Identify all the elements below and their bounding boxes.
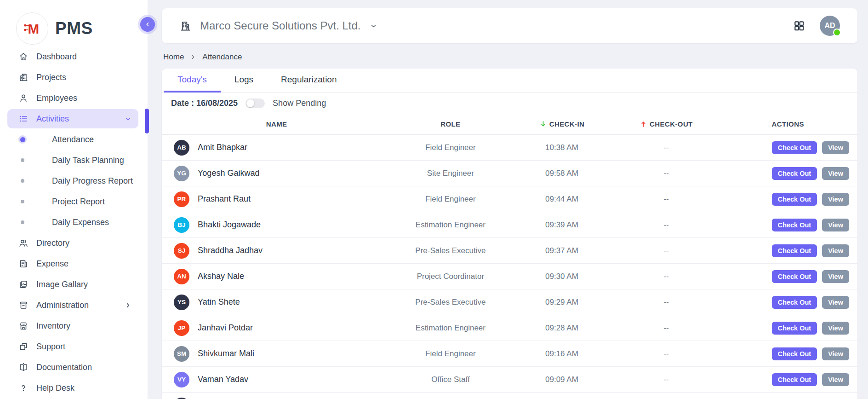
sidebar-item-employees[interactable]: Employees (7, 88, 138, 108)
tab-todays[interactable]: Today's (164, 69, 221, 93)
view-button[interactable]: View (822, 219, 849, 231)
employee-name: Janhavi Potdar (198, 323, 253, 333)
actions-cell: Check OutView (718, 296, 857, 309)
sidebar-item-support[interactable]: Support (7, 337, 138, 356)
check-in-cell: 09:09 AM (509, 375, 614, 384)
employee-avatar: AN (174, 269, 189, 284)
sidebar-item-label: Employees (36, 93, 77, 103)
sidebar-collapse-button[interactable] (140, 17, 155, 32)
view-button[interactable]: View (822, 373, 849, 386)
check-out-button[interactable]: Check Out (772, 373, 817, 386)
table-row: JPJanhavi PotdarEstimation Engineer09:28… (162, 315, 857, 341)
col-check-out[interactable]: CHECK-OUT (614, 120, 718, 128)
image-icon (18, 279, 29, 289)
name-cell: PRPrashant Raut (162, 191, 391, 207)
check-out-cell: -- (614, 246, 718, 255)
sidebar-item-label: Dashboard (36, 52, 77, 62)
check-out-button[interactable]: Check Out (772, 141, 817, 154)
actions-cell: Check OutView (718, 167, 857, 180)
sidebar-subitem-label: Daily Progress Report (52, 176, 133, 186)
employee-avatar: BJ (174, 217, 189, 233)
view-button[interactable]: View (822, 167, 849, 180)
user-menu[interactable]: AD (820, 16, 840, 36)
name-cell: SJShraddha Jadhav (162, 243, 391, 259)
employee-avatar (174, 398, 189, 399)
sidebar-item-label: Help Desk (36, 383, 74, 393)
breadcrumb-home[interactable]: Home (163, 52, 184, 62)
office-building-icon (179, 20, 192, 32)
check-out-button[interactable]: Check Out (772, 193, 817, 206)
table-row: PRPrashant RautField Engineer09:44 AM--C… (162, 186, 857, 212)
check-out-button[interactable]: Check Out (772, 219, 817, 231)
check-in-cell: 09:30 AM (509, 272, 614, 281)
check-out-button[interactable]: Check Out (772, 322, 817, 335)
sidebar-subitem-daily-task-planning[interactable]: Daily Task Planning (0, 150, 148, 170)
check-out-cell: -- (614, 324, 718, 333)
brand-logo-icon: M (16, 12, 48, 45)
tab-regularization[interactable]: Regularization (267, 69, 350, 93)
table-row: VYVaman YadavOffice Staff09:09 AM--Check… (162, 367, 857, 393)
sidebar-item-dashboard[interactable]: Dashboard (7, 47, 138, 66)
tab-logs[interactable]: Logs (221, 69, 267, 93)
role-cell: Office Staff (391, 375, 509, 384)
sidebar-item-activities[interactable]: Activities (7, 109, 138, 128)
sidebar-subitem-project-report[interactable]: Project Report (0, 192, 148, 211)
sidebar-item-projects[interactable]: Projects (7, 68, 138, 87)
role-cell: Field Engineer (391, 349, 509, 359)
chevron-right-icon (124, 301, 132, 309)
sidebar-item-directory[interactable]: Directory (7, 233, 138, 253)
name-cell: YSYatin Shete (162, 295, 391, 310)
view-button[interactable]: View (822, 296, 849, 309)
check-out-cell: -- (614, 169, 718, 178)
check-out-cell: -- (614, 349, 718, 359)
company-selector[interactable]: Marco Secure Solutions Pvt. Ltd. (179, 19, 378, 32)
check-out-button[interactable]: Check Out (772, 270, 817, 283)
employee-name: Prashant Raut (198, 194, 251, 204)
view-button[interactable]: View (822, 270, 849, 283)
view-button[interactable]: View (822, 193, 849, 206)
check-out-button[interactable]: Check Out (772, 244, 817, 257)
check-out-button[interactable]: Check Out (772, 347, 817, 360)
people-icon (18, 238, 29, 248)
show-pending-toggle[interactable] (246, 98, 265, 108)
check-in-cell: 09:58 AM (509, 169, 614, 178)
view-button[interactable]: View (822, 244, 849, 257)
sidebar-subitem-daily-expenses[interactable]: Daily Expenses (0, 213, 148, 232)
check-out-button[interactable]: Check Out (772, 167, 817, 180)
sidebar-item-inventory[interactable]: Inventory (7, 316, 138, 335)
sidebar-item-expense[interactable]: Expense (7, 254, 138, 273)
table-row: ANAkshay NaleProject Coordinator09:30 AM… (162, 264, 857, 289)
sidebar-subitem-attendance[interactable]: Attendance (0, 130, 148, 149)
sidebar: M PMS DashboardProjectsEmployeesActiviti… (0, 0, 148, 399)
receipt-icon (18, 259, 29, 269)
copy-icon (18, 341, 29, 352)
sidebar-item-administration[interactable]: Administration (7, 295, 138, 315)
sidebar-item-image-gallary[interactable]: Image Gallary (7, 275, 138, 294)
col-check-in[interactable]: CHECK-IN (509, 120, 614, 128)
sidebar-subitem-daily-progress-report[interactable]: Daily Progress Report (0, 171, 148, 191)
name-cell (162, 398, 391, 399)
filter-row: Date : 16/08/2025 Show Pending (162, 93, 857, 114)
col-name: NAME (162, 120, 391, 128)
view-button[interactable]: View (822, 347, 849, 360)
table-row (162, 393, 857, 399)
check-out-cell: -- (614, 298, 718, 307)
svg-text:M: M (28, 21, 40, 36)
view-button[interactable]: View (822, 141, 849, 154)
actions-cell: Check OutView (718, 244, 857, 257)
sidebar-item-label: Administration (36, 301, 89, 310)
name-cell: VYVaman Yadav (162, 372, 391, 387)
check-out-button[interactable]: Check Out (772, 296, 817, 309)
show-pending-label: Show Pending (273, 98, 326, 108)
sidebar-item-documentation[interactable]: Documentation (7, 358, 138, 377)
person-icon (18, 93, 29, 103)
view-button[interactable]: View (822, 322, 849, 335)
attendance-tabs: Today's Logs Regularization (162, 69, 857, 93)
check-in-cell: 09:37 AM (509, 246, 614, 255)
actions-cell: Check OutView (718, 270, 857, 283)
sidebar-item-help-desk[interactable]: Help Desk (7, 378, 138, 398)
apps-grid-icon[interactable] (793, 20, 805, 32)
bullet-icon (18, 218, 27, 226)
name-cell: YGYogesh Gaikwad (162, 166, 391, 181)
employee-name: Amit Bhapkar (198, 143, 247, 152)
